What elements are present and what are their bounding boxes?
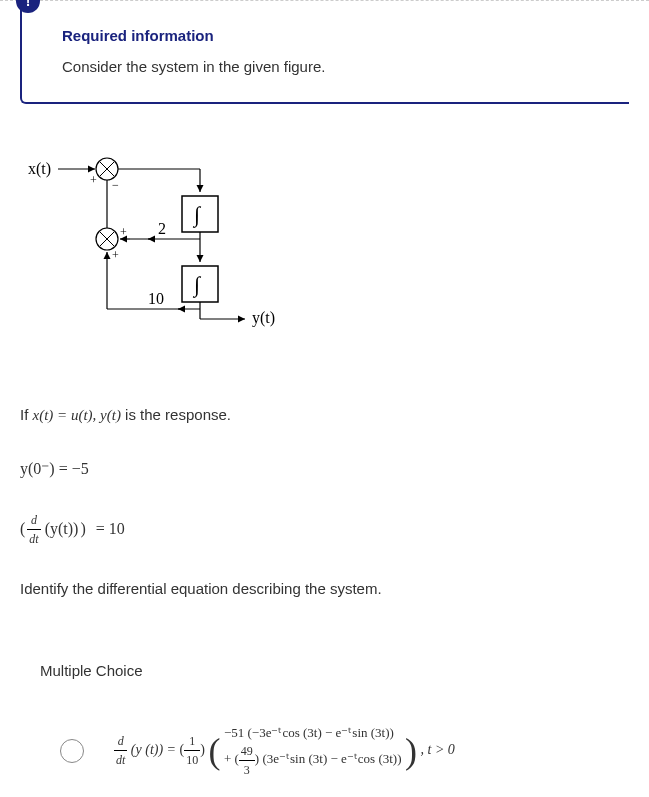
question-line-4: Identify the differential equation descr… (20, 578, 629, 601)
question-line-1: If x(t) = u(t), y(t) is the response. (20, 404, 629, 427)
q1-pre: If (20, 406, 33, 423)
int-symbol-1: ∫ (192, 202, 202, 228)
q1-post: is the response. (121, 406, 231, 423)
plus-sign-3: + (112, 248, 119, 262)
choice-1-math: d dt (y (t)) = ( 1 10 ) ( −51 (−3e⁻ᵗcos … (114, 723, 455, 780)
x-label: x(t) (28, 160, 51, 178)
question-line-2: y(0⁻) = −5 (20, 457, 629, 481)
choice-1-row: d dt (y (t)) = ( 1 10 ) ( −51 (−3e⁻ᵗcos … (60, 723, 609, 780)
yt-inner: (y(t)) (45, 517, 79, 541)
plus-sign-2: + (120, 225, 127, 239)
plus-sign: + (90, 173, 97, 187)
eq-10: = 10 (96, 517, 125, 541)
d-dt-frac: d dt (27, 511, 40, 548)
gain-10: 10 (148, 290, 164, 307)
question-line-3: ( d dt (y(t)) ) = 10 (20, 511, 629, 548)
minus-sign: − (112, 178, 119, 192)
int-symbol-2: ∫ (192, 272, 202, 298)
required-info-box: ! Required information Consider the syst… (20, 1, 629, 104)
multiple-choice-header: Multiple Choice (40, 660, 609, 683)
y-label: y(t) (252, 309, 275, 327)
block-diagram: x(t) + − ∫ + + 2 ∫ y(t) (20, 144, 629, 364)
q1-mid: x(t) = u(t), y(t) (33, 407, 121, 423)
required-border: Required information Consider the system… (20, 1, 629, 104)
choice-1-radio[interactable] (60, 739, 84, 763)
required-desc: Consider the system in the given figure. (62, 56, 609, 79)
gain-2: 2 (158, 220, 166, 237)
required-title: Required information (62, 25, 609, 48)
